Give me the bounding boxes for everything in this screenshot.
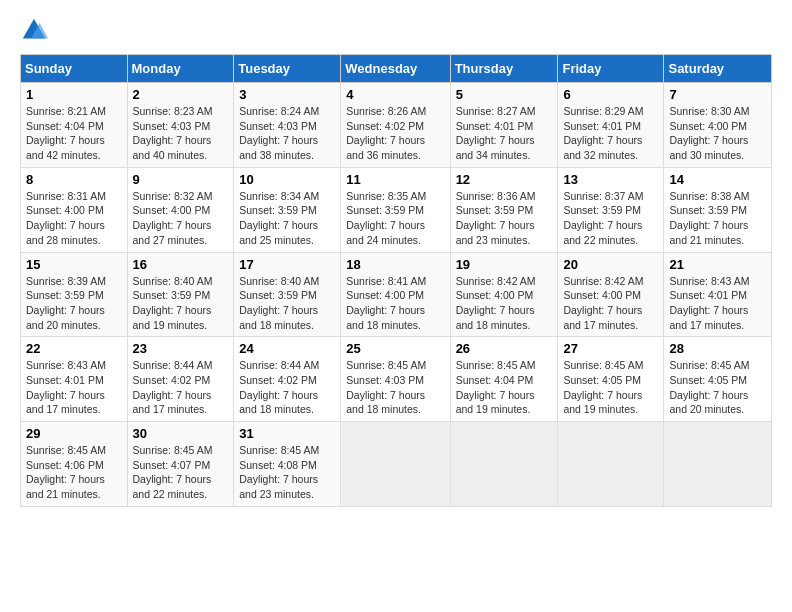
calendar-cell [558,422,664,507]
day-info: Sunrise: 8:24 AM Sunset: 4:03 PM Dayligh… [239,104,335,163]
page: SundayMondayTuesdayWednesdayThursdayFrid… [0,0,792,612]
day-info: Sunrise: 8:45 AM Sunset: 4:03 PM Dayligh… [346,358,444,417]
calendar-cell: 8 Sunrise: 8:31 AM Sunset: 4:00 PM Dayli… [21,167,128,252]
day-info: Sunrise: 8:43 AM Sunset: 4:01 PM Dayligh… [26,358,122,417]
day-number: 13 [563,172,658,187]
calendar-cell [664,422,772,507]
day-number: 19 [456,257,553,272]
calendar-cell: 6 Sunrise: 8:29 AM Sunset: 4:01 PM Dayli… [558,83,664,168]
day-number: 28 [669,341,766,356]
day-number: 30 [133,426,229,441]
logo [20,16,52,44]
weekday-header-friday: Friday [558,55,664,83]
day-info: Sunrise: 8:27 AM Sunset: 4:01 PM Dayligh… [456,104,553,163]
day-number: 20 [563,257,658,272]
calendar-cell: 9 Sunrise: 8:32 AM Sunset: 4:00 PM Dayli… [127,167,234,252]
calendar-cell [341,422,450,507]
weekday-header-sunday: Sunday [21,55,128,83]
day-info: Sunrise: 8:37 AM Sunset: 3:59 PM Dayligh… [563,189,658,248]
day-number: 3 [239,87,335,102]
calendar-cell: 19 Sunrise: 8:42 AM Sunset: 4:00 PM Dayl… [450,252,558,337]
day-info: Sunrise: 8:40 AM Sunset: 3:59 PM Dayligh… [133,274,229,333]
day-number: 22 [26,341,122,356]
calendar-cell: 23 Sunrise: 8:44 AM Sunset: 4:02 PM Dayl… [127,337,234,422]
weekday-header-tuesday: Tuesday [234,55,341,83]
day-info: Sunrise: 8:45 AM Sunset: 4:08 PM Dayligh… [239,443,335,502]
calendar-cell: 4 Sunrise: 8:26 AM Sunset: 4:02 PM Dayli… [341,83,450,168]
calendar-week-1: 1 Sunrise: 8:21 AM Sunset: 4:04 PM Dayli… [21,83,772,168]
day-number: 4 [346,87,444,102]
day-number: 17 [239,257,335,272]
calendar-week-3: 15 Sunrise: 8:39 AM Sunset: 3:59 PM Dayl… [21,252,772,337]
day-number: 27 [563,341,658,356]
calendar-cell: 13 Sunrise: 8:37 AM Sunset: 3:59 PM Dayl… [558,167,664,252]
day-number: 29 [26,426,122,441]
calendar-cell: 16 Sunrise: 8:40 AM Sunset: 3:59 PM Dayl… [127,252,234,337]
day-info: Sunrise: 8:42 AM Sunset: 4:00 PM Dayligh… [456,274,553,333]
day-info: Sunrise: 8:31 AM Sunset: 4:00 PM Dayligh… [26,189,122,248]
calendar-cell [450,422,558,507]
calendar-cell: 25 Sunrise: 8:45 AM Sunset: 4:03 PM Dayl… [341,337,450,422]
weekday-header-wednesday: Wednesday [341,55,450,83]
calendar-week-5: 29 Sunrise: 8:45 AM Sunset: 4:06 PM Dayl… [21,422,772,507]
day-info: Sunrise: 8:45 AM Sunset: 4:07 PM Dayligh… [133,443,229,502]
day-number: 31 [239,426,335,441]
day-number: 11 [346,172,444,187]
calendar-cell: 18 Sunrise: 8:41 AM Sunset: 4:00 PM Dayl… [341,252,450,337]
day-number: 21 [669,257,766,272]
calendar-cell: 28 Sunrise: 8:45 AM Sunset: 4:05 PM Dayl… [664,337,772,422]
day-info: Sunrise: 8:35 AM Sunset: 3:59 PM Dayligh… [346,189,444,248]
day-info: Sunrise: 8:21 AM Sunset: 4:04 PM Dayligh… [26,104,122,163]
weekday-header-monday: Monday [127,55,234,83]
day-number: 10 [239,172,335,187]
day-info: Sunrise: 8:44 AM Sunset: 4:02 PM Dayligh… [239,358,335,417]
calendar-cell: 2 Sunrise: 8:23 AM Sunset: 4:03 PM Dayli… [127,83,234,168]
day-number: 25 [346,341,444,356]
day-number: 2 [133,87,229,102]
day-number: 6 [563,87,658,102]
weekday-header-thursday: Thursday [450,55,558,83]
day-info: Sunrise: 8:34 AM Sunset: 3:59 PM Dayligh… [239,189,335,248]
day-number: 18 [346,257,444,272]
day-info: Sunrise: 8:29 AM Sunset: 4:01 PM Dayligh… [563,104,658,163]
day-info: Sunrise: 8:45 AM Sunset: 4:05 PM Dayligh… [669,358,766,417]
day-info: Sunrise: 8:45 AM Sunset: 4:05 PM Dayligh… [563,358,658,417]
day-info: Sunrise: 8:40 AM Sunset: 3:59 PM Dayligh… [239,274,335,333]
calendar-cell: 5 Sunrise: 8:27 AM Sunset: 4:01 PM Dayli… [450,83,558,168]
header [20,16,772,44]
day-info: Sunrise: 8:39 AM Sunset: 3:59 PM Dayligh… [26,274,122,333]
day-number: 8 [26,172,122,187]
day-info: Sunrise: 8:32 AM Sunset: 4:00 PM Dayligh… [133,189,229,248]
calendar-cell: 26 Sunrise: 8:45 AM Sunset: 4:04 PM Dayl… [450,337,558,422]
day-number: 12 [456,172,553,187]
day-info: Sunrise: 8:38 AM Sunset: 3:59 PM Dayligh… [669,189,766,248]
calendar-table: SundayMondayTuesdayWednesdayThursdayFrid… [20,54,772,507]
logo-icon [20,16,48,44]
day-info: Sunrise: 8:23 AM Sunset: 4:03 PM Dayligh… [133,104,229,163]
calendar-week-2: 8 Sunrise: 8:31 AM Sunset: 4:00 PM Dayli… [21,167,772,252]
day-info: Sunrise: 8:30 AM Sunset: 4:00 PM Dayligh… [669,104,766,163]
day-number: 26 [456,341,553,356]
day-info: Sunrise: 8:26 AM Sunset: 4:02 PM Dayligh… [346,104,444,163]
day-number: 14 [669,172,766,187]
calendar-week-4: 22 Sunrise: 8:43 AM Sunset: 4:01 PM Dayl… [21,337,772,422]
calendar-cell: 1 Sunrise: 8:21 AM Sunset: 4:04 PM Dayli… [21,83,128,168]
calendar-cell: 17 Sunrise: 8:40 AM Sunset: 3:59 PM Dayl… [234,252,341,337]
calendar-cell: 27 Sunrise: 8:45 AM Sunset: 4:05 PM Dayl… [558,337,664,422]
day-info: Sunrise: 8:45 AM Sunset: 4:06 PM Dayligh… [26,443,122,502]
day-number: 9 [133,172,229,187]
calendar-cell: 3 Sunrise: 8:24 AM Sunset: 4:03 PM Dayli… [234,83,341,168]
day-info: Sunrise: 8:45 AM Sunset: 4:04 PM Dayligh… [456,358,553,417]
day-info: Sunrise: 8:44 AM Sunset: 4:02 PM Dayligh… [133,358,229,417]
day-number: 23 [133,341,229,356]
day-info: Sunrise: 8:41 AM Sunset: 4:00 PM Dayligh… [346,274,444,333]
calendar-cell: 10 Sunrise: 8:34 AM Sunset: 3:59 PM Dayl… [234,167,341,252]
day-info: Sunrise: 8:36 AM Sunset: 3:59 PM Dayligh… [456,189,553,248]
weekday-header-saturday: Saturday [664,55,772,83]
calendar-cell: 15 Sunrise: 8:39 AM Sunset: 3:59 PM Dayl… [21,252,128,337]
day-number: 15 [26,257,122,272]
calendar-cell: 14 Sunrise: 8:38 AM Sunset: 3:59 PM Dayl… [664,167,772,252]
day-info: Sunrise: 8:43 AM Sunset: 4:01 PM Dayligh… [669,274,766,333]
calendar-cell: 21 Sunrise: 8:43 AM Sunset: 4:01 PM Dayl… [664,252,772,337]
day-number: 24 [239,341,335,356]
